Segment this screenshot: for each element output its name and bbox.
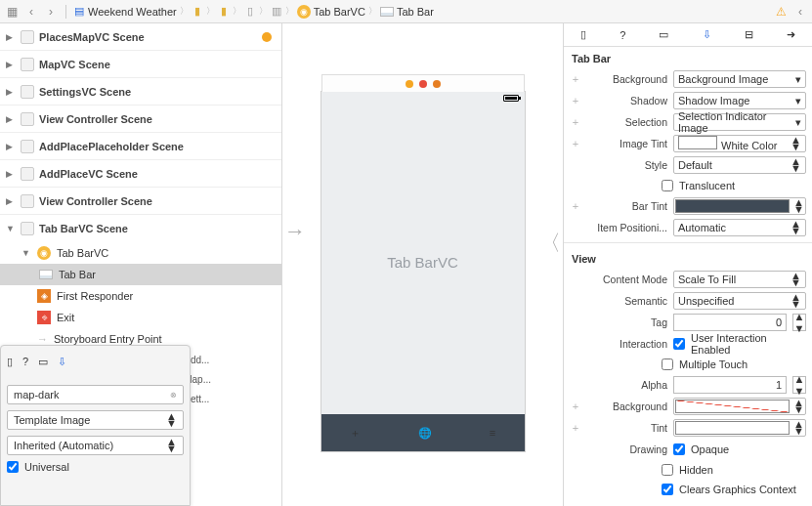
outline-item-first-responder[interactable]: ◈ First Responder <box>0 285 281 307</box>
background-select[interactable]: Background Image ▾ <box>673 70 806 88</box>
scene-row[interactable]: ▶ PlacesMapVC Scene <box>0 23 281 51</box>
disclosure-icon[interactable]: ▶ <box>6 142 16 151</box>
scene-title-bar[interactable] <box>321 74 525 92</box>
chevron-down-icon: ▾ <box>795 95 801 107</box>
uie-checkbox[interactable] <box>673 338 685 350</box>
disclosure-icon[interactable]: ▶ <box>6 87 16 97</box>
translucent-checkbox[interactable]: Translucent <box>564 176 812 195</box>
simulated-tabbar[interactable]: ＋ 🌐 ≡ <box>321 414 525 451</box>
prop-label: Tag <box>587 316 667 328</box>
plus-icon[interactable]: ＋ <box>350 426 361 441</box>
help-icon[interactable]: ? <box>22 356 28 367</box>
item-positioning-select[interactable]: Automatic ▲▼ <box>673 219 806 236</box>
help-inspector-icon[interactable]: ? <box>620 29 625 41</box>
checkbox[interactable] <box>662 180 673 191</box>
image-tint-select[interactable]: White Color ▲▼ <box>673 135 806 152</box>
outline-item-tabbar[interactable]: Tab Bar <box>0 264 281 285</box>
crumb-project: Weekend Weather <box>88 6 177 18</box>
checkbox[interactable] <box>662 484 673 495</box>
add-icon[interactable]: + <box>570 73 581 85</box>
file-inspector-icon[interactable]: ▯ <box>580 28 586 41</box>
related-items-icon[interactable]: ▦ <box>4 4 20 20</box>
scene-row[interactable]: ▶ AddPlacePlaceholder Scene <box>0 133 281 160</box>
disclosure-icon[interactable]: ▶ <box>6 114 16 124</box>
stepper[interactable]: ▲▼ <box>792 314 806 331</box>
multiple-touch-checkbox[interactable]: Multiple Touch <box>564 355 812 374</box>
nav-forward-icon[interactable]: › <box>43 4 59 20</box>
alpha-input[interactable]: 1 <box>673 376 787 394</box>
scene-row[interactable]: ▶ View Controller Scene <box>0 105 281 133</box>
color-well[interactable] <box>678 136 717 149</box>
disclosure-icon[interactable]: ▶ <box>6 196 16 206</box>
scene-label: SettingsVC Scene <box>39 86 131 98</box>
checkbox-label: Hidden <box>679 464 713 476</box>
add-icon[interactable]: + <box>570 95 581 106</box>
field-value: Template Image <box>14 414 90 426</box>
storyboard-canvas[interactable]: → Tab BarVC ＋ 🌐 ≡ 〈 <box>282 23 563 506</box>
prop-label: Tint <box>587 422 667 434</box>
nav-back-icon[interactable]: ‹ <box>23 4 39 20</box>
checkbox[interactable] <box>7 461 19 473</box>
content-mode-select[interactable]: Scale To Fill ▲▼ <box>673 271 806 288</box>
add-icon[interactable]: + <box>570 422 581 434</box>
checkbox[interactable] <box>662 464 673 476</box>
add-icon[interactable]: + <box>570 200 581 212</box>
exit-icon: ⎆ <box>37 311 51 324</box>
scene-row[interactable]: ▶ View Controller Scene <box>0 188 281 215</box>
scene-icon <box>21 112 34 126</box>
scene-row[interactable]: ▶ SettingsVC Scene <box>0 78 281 105</box>
disclosure-icon[interactable]: ▶ <box>6 60 16 69</box>
attributes-icon[interactable]: ⇩ <box>58 356 66 368</box>
menu-icon[interactable]: ≡ <box>490 427 495 439</box>
identity-inspector-icon[interactable]: ▭ <box>659 28 668 41</box>
file-icon[interactable]: ▯ <box>7 356 13 368</box>
scene-row[interactable]: ▶ MapVC Scene <box>0 51 281 78</box>
outline-item-vc[interactable]: ▼ ◉ Tab BarVC <box>0 242 281 264</box>
color-well[interactable] <box>675 421 790 435</box>
opaque-checkbox[interactable] <box>673 443 685 455</box>
clears-context-checkbox[interactable]: Clears Graphics Context <box>564 480 812 499</box>
checkbox-label: Translucent <box>679 180 735 191</box>
checkbox[interactable] <box>662 358 673 370</box>
bar-tint-select[interactable]: ▲▼ <box>673 197 806 215</box>
disclosure-icon[interactable]: ▶ <box>6 169 16 179</box>
attributes-inspector-icon[interactable]: ⇩ <box>703 28 711 41</box>
add-icon[interactable]: + <box>570 138 581 149</box>
breadcrumb[interactable]: ▤ Weekend Weather 〉 ▮ 〉 ▮ 〉 ▯ 〉 ▥ 〉 ◉ Ta… <box>73 5 434 19</box>
warning-icon[interactable]: ⚠ <box>773 4 789 20</box>
scene-row-expanded[interactable]: ▼ Tab BarVC Scene <box>0 215 281 242</box>
inherit-select[interactable]: Inherited (Automatic) ▲▼ <box>7 436 184 455</box>
tag-input[interactable]: 0 <box>673 314 787 331</box>
identity-icon[interactable]: ▭ <box>38 356 48 368</box>
add-icon[interactable]: + <box>570 116 581 128</box>
color-well[interactable] <box>675 199 790 213</box>
disclosure-icon[interactable]: ▶ <box>6 32 16 42</box>
tint-select[interactable]: ▲▼ <box>673 419 806 437</box>
disclosure-icon[interactable]: ▼ <box>21 248 31 258</box>
item-label: Storyboard Entry Point <box>54 333 162 345</box>
size-inspector-icon[interactable]: ⊟ <box>745 28 753 41</box>
connections-inspector-icon[interactable]: ➜ <box>787 28 795 41</box>
checkbox-label: Clears Graphics Context <box>679 484 796 495</box>
clear-icon[interactable]: ⊗ <box>170 391 177 400</box>
chevron-left-icon[interactable]: ‹ <box>792 4 808 20</box>
globe-icon[interactable]: 🌐 <box>418 427 432 440</box>
selection-select[interactable]: Selection Indicator Image ▾ <box>673 113 806 131</box>
style-select[interactable]: Default ▲▼ <box>673 156 806 174</box>
disclosure-icon[interactable]: ▼ <box>6 224 16 233</box>
color-well[interactable] <box>675 400 790 413</box>
simulated-device[interactable]: Tab BarVC ＋ 🌐 ≡ <box>321 91 526 452</box>
scene-row[interactable]: ▶ AddPlaceVC Scene <box>0 160 281 188</box>
render-as-select[interactable]: Template Image ▲▼ <box>7 410 184 430</box>
scene-label: PlacesMapVC Scene <box>39 31 145 43</box>
scene-icon <box>21 140 34 153</box>
outline-item-exit[interactable]: ⎆ Exit <box>0 307 281 328</box>
hidden-checkbox[interactable]: Hidden <box>564 460 812 480</box>
imageset-name-field[interactable]: map-dark ⊗ <box>7 385 184 404</box>
semantic-select[interactable]: Unspecified ▲▼ <box>673 292 806 310</box>
stepper[interactable]: ▲▼ <box>792 376 806 394</box>
view-background-select[interactable]: ▲▼ <box>673 398 806 415</box>
add-icon[interactable]: + <box>570 401 581 412</box>
shadow-select[interactable]: Shadow Image ▾ <box>673 92 806 109</box>
universal-checkbox[interactable]: Universal <box>7 461 184 473</box>
